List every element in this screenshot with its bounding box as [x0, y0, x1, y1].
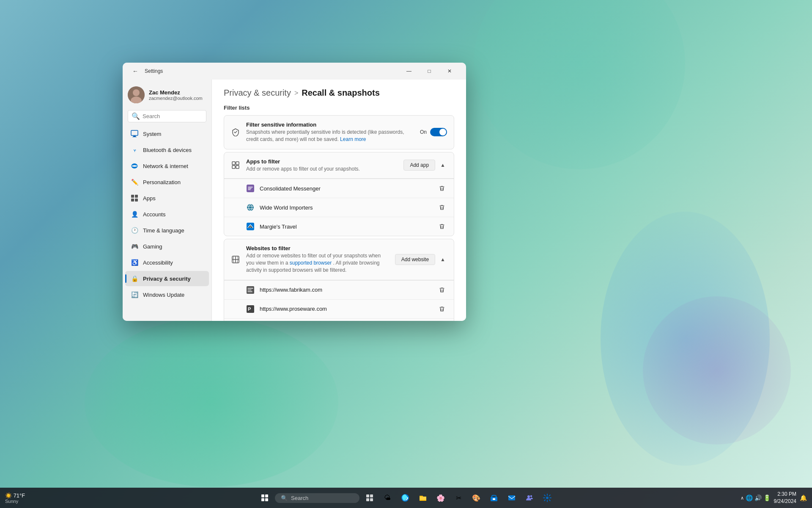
user-name: Zac Mendez: [149, 89, 203, 96]
sidebar-label-windows-update: Windows Update: [143, 292, 184, 298]
taskbar-search-button[interactable]: 🔍 Search: [275, 493, 359, 503]
store-button[interactable]: [486, 490, 502, 505]
user-section[interactable]: Zac Mendez zacmendez@outlook.com: [123, 83, 211, 108]
sidebar-label-gaming: Gaming: [143, 243, 162, 250]
sidebar-label-privacy: Privacy & security: [143, 276, 191, 282]
svg-rect-26: [366, 498, 369, 501]
svg-rect-13: [236, 166, 239, 168]
websites-to-filter-text: Websites to filter Add or remove website…: [246, 245, 389, 273]
maximize-button[interactable]: □: [420, 64, 439, 78]
delete-consolidated-button[interactable]: [437, 183, 447, 193]
task-view-button[interactable]: [362, 490, 377, 505]
chevron-icon[interactable]: ∧: [741, 495, 744, 501]
back-button[interactable]: ←: [129, 65, 141, 77]
window-title: Settings: [145, 68, 163, 74]
volume-icon[interactable]: 🔊: [754, 494, 762, 501]
filter-sensitive-card: Filter sensitive information Snapshots w…: [224, 115, 454, 149]
websites-filter-chevron[interactable]: ▲: [439, 255, 447, 264]
sidebar-item-time[interactable]: 🕐 Time & language: [125, 223, 209, 238]
bluetooth-icon: 𐐸: [130, 146, 139, 154]
breadcrumb-current: Recall & snapshots: [302, 88, 380, 98]
breadcrumb-parent[interactable]: Privacy & security: [224, 88, 291, 98]
filter-sensitive-toggle[interactable]: [430, 128, 447, 136]
delete-fabrikam-button[interactable]: [437, 285, 447, 295]
website-url-fabrikam: https://www.fabrikam.com: [260, 287, 432, 293]
sidebar-item-system[interactable]: System: [125, 126, 209, 141]
filter-sensitive-header: Filter sensitive information Snapshots w…: [224, 116, 454, 149]
taskbar-center: 🔍 Search 🌤 🌸 ✂ 🎨: [257, 490, 555, 505]
sidebar-item-network[interactable]: Network & internet: [125, 158, 209, 174]
filter-sensitive-learn-more[interactable]: Learn more: [340, 136, 366, 142]
privacy-icon: 🔒: [130, 274, 139, 283]
taskbar-left: ☀️ 71°F Sunny: [5, 492, 28, 504]
taskbar-right: ∧ 🌐 🔊 🔋 2:30 PM 9/24/2024 🔔: [741, 491, 807, 505]
active-indicator: [125, 274, 126, 283]
svg-rect-11: [236, 162, 239, 165]
svg-rect-8: [131, 199, 134, 202]
personalization-icon: ✏️: [130, 178, 139, 186]
clock-time: 2:30 PM: [774, 491, 796, 498]
settings-taskbar-button[interactable]: [540, 490, 555, 505]
apps-to-filter-icon: [231, 160, 240, 170]
edge-button[interactable]: [398, 490, 413, 505]
paint-button[interactable]: 🎨: [469, 490, 484, 505]
sidebar-item-windows-update[interactable]: 🔄 Windows Update: [125, 287, 209, 302]
notification-icon[interactable]: 🔔: [800, 494, 807, 501]
taskbar-weather: ☀️ 71°F Sunny: [5, 492, 25, 504]
filter-sensitive-icon: [231, 127, 240, 137]
svg-rect-9: [135, 199, 138, 202]
delete-margies-button[interactable]: [437, 221, 447, 232]
websites-to-filter-control: Add website ▲: [395, 254, 447, 265]
svg-rect-7: [135, 195, 138, 198]
sidebar-item-apps[interactable]: Apps: [125, 190, 209, 206]
svg-point-32: [527, 495, 530, 498]
svg-rect-6: [131, 195, 134, 198]
sidebar-item-gaming[interactable]: 🎮 Gaming: [125, 239, 209, 254]
websites-to-filter-icon: [231, 255, 240, 264]
taskbar-clock[interactable]: 2:30 PM 9/24/2024: [774, 491, 796, 505]
sidebar-item-accounts[interactable]: 👤 Accounts: [125, 207, 209, 222]
delete-proseware-button[interactable]: [437, 304, 447, 314]
widgets-button[interactable]: 🌤: [380, 490, 395, 505]
svg-rect-27: [370, 498, 373, 501]
sidebar-item-bluetooth[interactable]: 𐐸 Bluetooth & devices: [125, 142, 209, 157]
svg-rect-5: [132, 137, 137, 137]
add-website-button[interactable]: Add website: [395, 254, 435, 265]
minimize-button[interactable]: —: [399, 64, 419, 78]
close-button[interactable]: ✕: [440, 64, 459, 78]
teams-button[interactable]: [522, 490, 537, 505]
sidebar-search-box[interactable]: 🔍: [128, 110, 206, 122]
mail-button[interactable]: [504, 490, 519, 505]
filter-lists-label: Filter lists: [224, 105, 454, 111]
fabrikam-icon: [246, 286, 255, 294]
add-app-button[interactable]: Add app: [403, 160, 435, 171]
sidebar-item-accessibility[interactable]: ♿ Accessibility: [125, 255, 209, 270]
photos-button[interactable]: 🌸: [433, 490, 448, 505]
taskbar-search-label: Search: [291, 495, 308, 501]
websites-to-filter-card: Websites to filter Add or remove website…: [224, 239, 454, 321]
supported-browser-link[interactable]: supported browser: [290, 260, 332, 266]
start-button[interactable]: [257, 490, 272, 505]
apps-filter-chevron[interactable]: ▲: [439, 160, 447, 170]
websites-to-filter-desc: Add or remove websites to filter out of …: [246, 252, 389, 273]
svg-point-33: [530, 495, 532, 497]
sidebar-item-personalization[interactable]: ✏️ Personalization: [125, 174, 209, 190]
apps-to-filter-text: Apps to filter Add or remove apps to fil…: [246, 158, 398, 173]
svg-rect-12: [232, 166, 235, 168]
websites-to-filter-title: Websites to filter: [246, 245, 389, 251]
filter-sensitive-text: Filter sensitive information Snapshots w…: [246, 121, 414, 143]
sidebar-item-privacy[interactable]: 🔒 Privacy & security: [125, 271, 209, 286]
svg-point-1: [133, 89, 140, 96]
snip-button[interactable]: ✂: [451, 490, 466, 505]
search-input[interactable]: [143, 113, 211, 119]
accounts-icon: 👤: [130, 210, 139, 218]
svg-rect-3: [131, 130, 138, 135]
taskbar: ☀️ 71°F Sunny 🔍 Search 🌤 🌸 ✂: [0, 488, 812, 508]
search-icon: 🔍: [132, 112, 140, 120]
file-explorer-button[interactable]: [415, 490, 431, 505]
svg-point-15: [247, 204, 254, 211]
accessibility-icon: ♿: [130, 258, 139, 267]
delete-wide-world-button[interactable]: [437, 202, 447, 213]
sidebar-label-accessibility: Accessibility: [143, 260, 173, 266]
sidebar-label-network: Network & internet: [143, 163, 188, 169]
